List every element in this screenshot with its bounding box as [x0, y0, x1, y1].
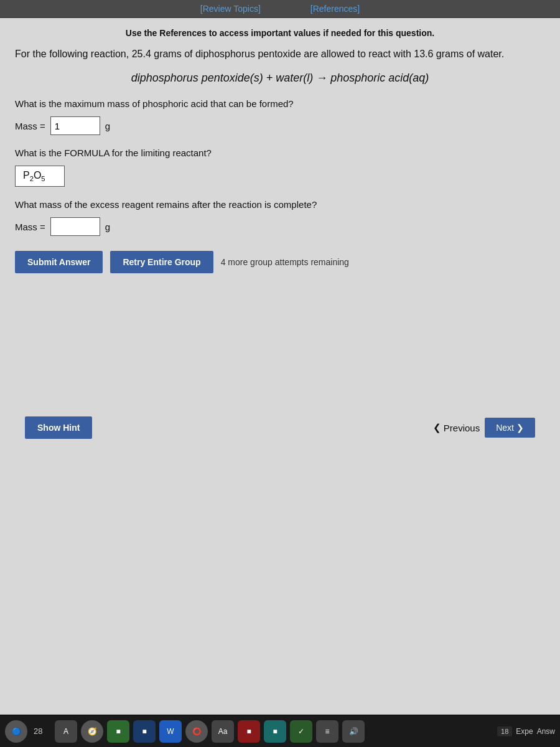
taskbar-teal[interactable]: ■ — [264, 720, 286, 743]
show-hint-button[interactable]: Show Hint — [25, 416, 92, 439]
taskbar-date: 28 — [34, 726, 51, 736]
action-buttons: Submit Answer Retry Entire Group 4 more … — [15, 251, 545, 273]
mass-input-row-2: Mass = g — [15, 217, 545, 236]
next-label: Next — [496, 423, 514, 433]
taskbar-check[interactable]: ✓ — [290, 720, 312, 743]
aa-icon: Aa — [218, 727, 228, 736]
chrome-icon: ⭕ — [192, 727, 202, 736]
chevron-right-icon — [516, 423, 524, 433]
mass-input-row-1: Mass = g — [15, 116, 545, 135]
taskbar-word[interactable]: W — [159, 720, 182, 743]
taskbar: 🔵 28 A 🧭 ■ ■ W ⭕ Aa ■ ■ ✓ ≡ 🔊 18 Expe An… — [0, 715, 560, 747]
main-content-area: Use the References to access important v… — [0, 18, 560, 715]
attempts-remaining-text: 4 more group attempts remaining — [221, 257, 349, 267]
taskbar-chrome[interactable]: ⭕ — [185, 720, 208, 743]
expa-badge: 18 — [497, 726, 512, 736]
chevron-left-icon — [433, 422, 441, 433]
app-a-icon: A — [63, 727, 68, 736]
check-icon: ✓ — [298, 727, 304, 736]
taskbar-aa[interactable]: Aa — [212, 720, 234, 743]
red-icon: ■ — [246, 727, 251, 736]
taskbar-vol[interactable]: 🔊 — [342, 720, 365, 743]
mass-label-1: Mass = — [15, 121, 45, 131]
green-icon: ■ — [116, 727, 120, 736]
question-1-text: What is the maximum mass of phosphoric a… — [15, 97, 545, 110]
submit-answer-button[interactable]: Submit Answer — [15, 251, 103, 273]
bars-icon: ≡ — [325, 727, 329, 736]
top-navigation: [Review Topics] [References] — [0, 0, 560, 18]
question-2-text: What is the FORMULA for the limiting rea… — [15, 146, 545, 159]
formula-display: P2O5 — [15, 166, 65, 187]
unit-label-2: g — [105, 222, 110, 232]
bottom-navigation: Show Hint Previous Next — [15, 410, 545, 445]
finder-icon: 🔵 — [12, 727, 21, 736]
teal-icon: ■ — [273, 727, 277, 736]
taskbar-right-area: 18 Expe Answ — [497, 726, 555, 736]
spacer — [15, 286, 545, 410]
mass-input-1[interactable] — [50, 116, 100, 135]
taskbar-blue2[interactable]: ■ — [133, 720, 156, 743]
review-topics-link[interactable]: [Review Topics] — [200, 4, 261, 14]
retry-entire-group-button[interactable]: Retry Entire Group — [110, 251, 213, 273]
notice-text: Use the References to access important v… — [15, 28, 545, 38]
taskbar-finder[interactable]: 🔵 — [5, 720, 27, 743]
references-link[interactable]: [References] — [310, 4, 360, 14]
chemical-equation: diphosphorus pentoxide(s) + water(l) → p… — [15, 72, 545, 85]
expa-label: Expe — [516, 727, 533, 736]
blue2-icon: ■ — [142, 727, 146, 736]
taskbar-red[interactable]: ■ — [238, 720, 260, 743]
taskbar-bars[interactable]: ≡ — [316, 720, 338, 743]
unit-label-1: g — [105, 121, 110, 131]
mass-label-2: Mass = — [15, 222, 45, 232]
taskbar-app-a[interactable]: A — [55, 720, 77, 743]
answ-label: Answ — [537, 727, 555, 736]
word-icon: W — [167, 727, 174, 736]
problem-intro: For the following reaction, 25.4 grams o… — [15, 47, 545, 62]
previous-label: Previous — [444, 423, 480, 433]
safari-icon: 🧭 — [88, 727, 97, 736]
next-button[interactable]: Next — [485, 418, 535, 438]
taskbar-safari[interactable]: 🧭 — [81, 720, 103, 743]
mass-input-2[interactable] — [50, 217, 100, 236]
vol-icon: 🔊 — [349, 727, 358, 736]
taskbar-green[interactable]: ■ — [107, 720, 129, 743]
question-3-text: What mass of the excess reagent remains … — [15, 198, 545, 211]
previous-button[interactable]: Previous — [433, 422, 480, 433]
